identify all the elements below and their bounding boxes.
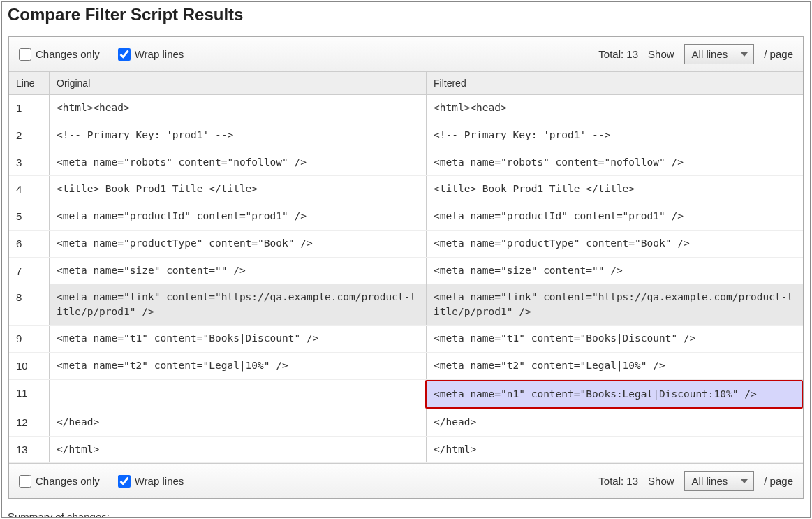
original-cell: <meta name="t2" content="Legal|10%" /> <box>50 353 427 379</box>
line-number: 11 <box>9 380 50 409</box>
wrap-lines-checkbox[interactable] <box>118 48 131 61</box>
line-number: 10 <box>9 353 50 379</box>
show-lines-value: All lines <box>685 45 736 64</box>
wrap-lines-checkbox-bottom-wrap[interactable]: Wrap lines <box>118 475 184 488</box>
table-row: 8<meta name="link" content="https://qa.e… <box>9 284 803 326</box>
dialog-title: Compare Filter Script Results <box>8 5 804 24</box>
line-number: 12 <box>9 409 50 436</box>
filtered-cell: <meta name="productId" content="prod1" /… <box>427 203 803 230</box>
table-row: 6<meta name="productType" content="Book"… <box>9 231 803 258</box>
line-number: 6 <box>9 231 50 257</box>
filtered-cell: <html><head> <box>427 95 803 122</box>
show-lines-value-bottom: All lines <box>685 472 736 490</box>
filtered-cell: <meta name="productType" content="Book" … <box>427 231 803 257</box>
wrap-lines-label: Wrap lines <box>135 48 184 60</box>
line-number: 7 <box>9 258 50 284</box>
chevron-down-icon <box>735 472 753 490</box>
show-label: Show <box>648 48 674 60</box>
line-number: 4 <box>9 176 50 203</box>
line-number: 8 <box>9 284 50 325</box>
column-header-filtered: Filtered <box>427 72 803 94</box>
original-cell: <meta name="productType" content="Book" … <box>50 231 427 257</box>
filtered-cell: <title> Book Prod1 Title </title> <box>427 176 803 203</box>
compare-filter-dialog: Compare Filter Script Results Changes on… <box>1 1 811 518</box>
changes-only-checkbox-bottom-wrap[interactable]: Changes only <box>19 475 100 488</box>
filtered-cell: <meta name="robots" content="nofollow" /… <box>427 149 803 176</box>
summary-of-changes: Summary of changes: 1. add 1 line at lin… <box>8 511 804 518</box>
wrap-lines-label-bottom: Wrap lines <box>135 475 184 487</box>
filtered-cell: <meta name="t2" content="Legal|10%" /> <box>427 353 803 379</box>
original-cell <box>50 380 425 409</box>
table-row: 1<html><head><html><head> <box>9 95 803 122</box>
wrap-lines-checkbox-bottom[interactable] <box>118 475 131 488</box>
changes-only-checkbox-bottom[interactable] <box>19 475 31 488</box>
compare-toolbar-top: Changes only Wrap lines Total: 13 Show A… <box>9 37 803 72</box>
original-cell: <meta name="link" content="https://qa.ex… <box>50 284 427 325</box>
original-cell: <meta name="size" content="" /> <box>50 258 427 284</box>
per-page-label-bottom: / page <box>764 475 793 487</box>
changes-only-label-bottom: Changes only <box>36 475 100 487</box>
compare-box: Changes only Wrap lines Total: 13 Show A… <box>8 36 804 499</box>
filtered-cell: <meta name="t1" content="Books|Discount"… <box>427 326 803 352</box>
wrap-lines-checkbox-wrap[interactable]: Wrap lines <box>118 48 184 61</box>
table-row: 13</html></html> <box>9 437 803 464</box>
original-cell: <meta name="t1" content="Books|Discount"… <box>50 326 427 352</box>
filtered-cell: <!-- Primary Key: 'prod1' --> <box>427 122 803 149</box>
filtered-cell: <meta name="link" content="https://qa.ex… <box>427 284 803 325</box>
per-page-label: / page <box>764 48 793 60</box>
filtered-cell: <meta name="size" content="" /> <box>427 258 803 284</box>
table-row: 12</head></head> <box>9 409 803 437</box>
original-cell: <html><head> <box>50 95 427 122</box>
filtered-cell: </head> <box>427 409 803 436</box>
line-number: 5 <box>9 203 50 230</box>
original-cell: </html> <box>50 437 427 463</box>
column-header-original: Original <box>50 72 427 94</box>
changes-only-checkbox[interactable] <box>19 48 31 61</box>
table-row: 10<meta name="t2" content="Legal|10%" />… <box>9 353 803 380</box>
table-row: 4<title> Book Prod1 Title </title><title… <box>9 176 803 203</box>
compare-rows: 1<html><head><html><head>2<!-- Primary K… <box>9 95 803 463</box>
chevron-down-icon <box>735 45 753 64</box>
changes-only-checkbox-wrap[interactable]: Changes only <box>19 48 100 61</box>
original-cell: </head> <box>50 409 427 436</box>
table-row: 9<meta name="t1" content="Books|Discount… <box>9 326 803 353</box>
table-row: 5<meta name="productId" content="prod1" … <box>9 203 803 231</box>
line-number: 2 <box>9 122 50 149</box>
column-header-line: Line <box>9 72 50 94</box>
original-cell: <meta name="robots" content="nofollow" /… <box>50 149 427 176</box>
show-lines-select-bottom[interactable]: All lines <box>684 471 755 491</box>
compare-toolbar-bottom: Changes only Wrap lines Total: 13 Show A… <box>9 463 803 498</box>
line-number: 9 <box>9 326 50 352</box>
table-row: 11<meta name="n1" content="Books:Legal|D… <box>9 380 803 409</box>
table-row: 7<meta name="size" content="" /><meta na… <box>9 258 803 285</box>
line-number: 13 <box>9 437 50 463</box>
total-label: Total: 13 <box>598 48 638 60</box>
compare-grid-header: Line Original Filtered <box>9 72 803 95</box>
table-row: 3<meta name="robots" content="nofollow" … <box>9 149 803 177</box>
original-cell: <meta name="productId" content="prod1" /… <box>50 203 427 230</box>
total-label-bottom: Total: 13 <box>598 475 638 487</box>
filtered-cell-added: <meta name="n1" content="Books:Legal|Dis… <box>425 380 803 409</box>
original-cell: <!-- Primary Key: 'prod1' --> <box>50 122 427 149</box>
original-cell: <title> Book Prod1 Title </title> <box>50 176 427 203</box>
filtered-cell: </html> <box>427 437 803 463</box>
show-lines-select[interactable]: All lines <box>684 44 755 64</box>
show-label-bottom: Show <box>648 475 674 487</box>
line-number: 3 <box>9 149 50 176</box>
changes-only-label: Changes only <box>36 48 100 60</box>
table-row: 2<!-- Primary Key: 'prod1' --><!-- Prima… <box>9 122 803 149</box>
summary-heading: Summary of changes: <box>8 511 804 518</box>
line-number: 1 <box>9 95 50 122</box>
